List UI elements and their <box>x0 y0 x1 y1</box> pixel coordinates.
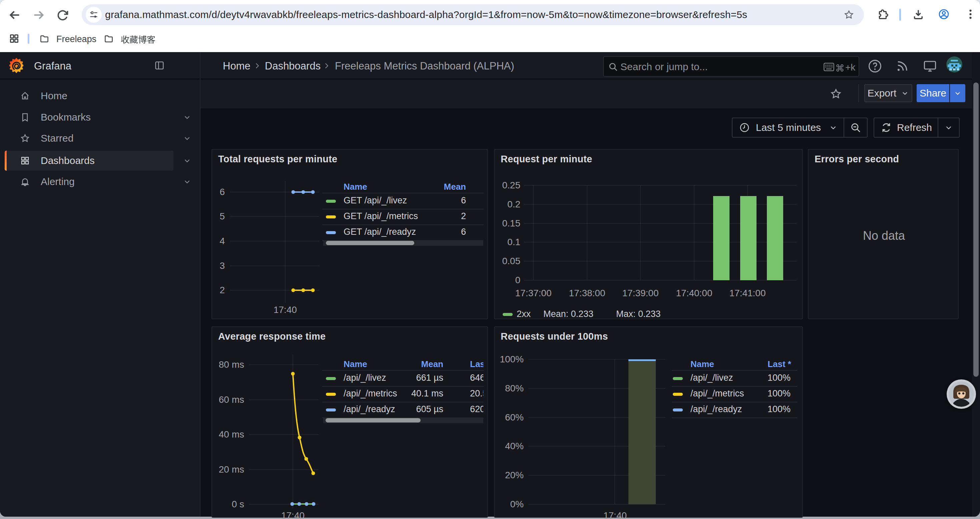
svg-text:+k: +k <box>845 62 856 72</box>
